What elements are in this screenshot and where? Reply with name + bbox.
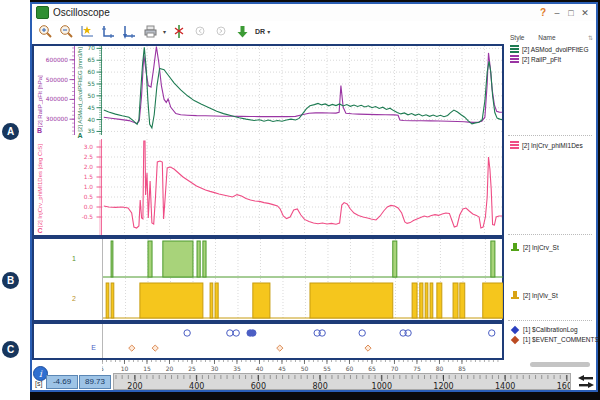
svg-text:50: 50 xyxy=(301,365,309,372)
zoom-fit-icon[interactable] xyxy=(79,24,95,39)
zoom-in-icon[interactable] xyxy=(37,24,53,39)
injcrv-axis-label: [2] InjCrv_phiMI1Des [deg CrS] xyxy=(37,140,43,227)
range-start-field[interactable]: -4.69 xyxy=(46,375,78,389)
analog-panel[interactable]: [2] RailP_pFlt [hPa] B 60000050000040000… xyxy=(32,44,504,237)
legend-item[interactable]: [2] InjCrv_phiMI1Des xyxy=(510,141,583,149)
svg-text:45: 45 xyxy=(278,365,286,372)
legend-panel[interactable]: Style Name ⇅ [2] ASMod_dvolPFltEG[2] Rai… xyxy=(508,30,594,370)
zoom-next-icon xyxy=(213,24,229,39)
legend-sort-icon[interactable]: ⇅ xyxy=(588,34,593,41)
svg-text:5: 5 xyxy=(102,365,104,372)
svg-text:60: 60 xyxy=(346,365,354,372)
svg-text:-0.5: -0.5 xyxy=(82,214,94,220)
svg-text:70: 70 xyxy=(88,46,96,51)
legend-scrollbar-thumb[interactable] xyxy=(530,362,590,367)
digital-chart[interactable] xyxy=(103,239,503,320)
svg-text:1.0: 1.0 xyxy=(84,184,94,190)
legend-item[interactable]: [1] $EVENT_COMMENTS xyxy=(510,336,599,343)
svg-text:400000: 400000 xyxy=(46,96,68,102)
svg-text:600000: 600000 xyxy=(46,57,68,63)
export-icon[interactable] xyxy=(234,24,250,39)
callout-c: C xyxy=(2,341,19,358)
svg-text:55: 55 xyxy=(88,81,96,87)
title-bar[interactable]: Oscilloscope ? – □ ✕ xyxy=(32,4,596,21)
range-end-field[interactable]: 89.73 xyxy=(79,375,111,389)
zoom-prev-icon xyxy=(192,24,208,39)
svg-text:400: 400 xyxy=(189,382,204,390)
legend-item-label: [1] $EVENT_COMMENTS xyxy=(523,336,599,343)
legend-item[interactable]: [2] RailP_pFlt xyxy=(510,55,561,63)
svg-text:20: 20 xyxy=(166,365,174,372)
railp-axis-ticks: 600000500000400000300000 xyxy=(45,46,69,135)
events-panel[interactable]: E xyxy=(32,322,504,360)
svg-text:1.5: 1.5 xyxy=(84,174,94,180)
event-style-icon xyxy=(511,335,519,343)
digital-row2-label: 2 xyxy=(72,295,76,302)
legend-item[interactable]: [2] InjCrv_St xyxy=(510,238,559,256)
legend-item-label: [2] InjCrv_phiMI1Des xyxy=(522,142,583,149)
asmod-axis-letter: A xyxy=(77,132,82,139)
callout-a: A xyxy=(2,123,19,140)
svg-text:0.5: 0.5 xyxy=(84,194,94,200)
svg-text:1200: 1200 xyxy=(433,382,453,390)
print-caret-icon[interactable]: ▾ xyxy=(163,28,166,35)
injcrv-axis-letter: C xyxy=(37,227,42,234)
oscilloscope-window: Oscilloscope ? – □ ✕ ▾ DR ▾ xyxy=(30,2,598,392)
svg-text:1000: 1000 xyxy=(372,382,392,390)
legend-item[interactable]: [2] ASMod_dvolPFltEG xyxy=(510,45,588,53)
events-gutter: E xyxy=(34,324,103,358)
analog-chart-top[interactable] xyxy=(102,46,502,135)
minimize-button[interactable]: – xyxy=(550,8,564,18)
legend-header: Style Name xyxy=(510,34,556,41)
legend-item-label: [1] $CalibrationLog xyxy=(523,326,578,333)
svg-text:15: 15 xyxy=(143,365,151,372)
railp-axis-letter: B xyxy=(37,127,42,134)
digital-style-icon xyxy=(510,286,520,304)
close-button[interactable]: ✕ xyxy=(578,8,592,18)
axis-spacer xyxy=(46,139,66,235)
svg-text:60: 60 xyxy=(88,69,96,75)
window-title: Oscilloscope xyxy=(53,7,536,18)
axis-icon[interactable] xyxy=(100,24,116,39)
analog-chart-bottom[interactable] xyxy=(102,139,502,235)
print-icon[interactable] xyxy=(142,24,158,39)
injcrv-axis-ticks: 3.02.52.01.51.00.50.0-0.5 xyxy=(66,139,94,235)
svg-text:3.0: 3.0 xyxy=(84,144,94,150)
overview-ruler[interactable]: 2004006008001000120014001600 xyxy=(113,373,571,390)
digital-row1-label: 1 xyxy=(72,255,76,262)
svg-text:300000: 300000 xyxy=(46,116,68,122)
digital-panel[interactable]: 1 2 xyxy=(32,237,504,322)
legend-item[interactable]: [1] $CalibrationLog xyxy=(510,326,578,333)
svg-text:30: 30 xyxy=(211,365,219,372)
callout-b: B xyxy=(2,272,19,289)
svg-text:1600: 1600 xyxy=(557,382,571,390)
events-chart[interactable] xyxy=(103,324,503,358)
maximize-button[interactable]: □ xyxy=(564,8,578,18)
svg-text:200: 200 xyxy=(127,382,142,390)
measure-cursor-icon[interactable] xyxy=(171,24,187,39)
svg-text:1400: 1400 xyxy=(495,382,515,390)
svg-text:85: 85 xyxy=(458,365,466,372)
svg-text:50: 50 xyxy=(88,93,96,99)
svg-text:10: 10 xyxy=(121,365,129,372)
svg-text:80: 80 xyxy=(436,365,444,372)
svg-text:40: 40 xyxy=(256,365,264,372)
svg-text:75: 75 xyxy=(413,365,421,372)
dr-menu-button[interactable]: DR ▾ xyxy=(255,28,270,35)
dr-caret-icon: ▾ xyxy=(267,28,270,35)
asmod-axis-ticks: 7065605550454035 xyxy=(85,46,96,135)
legend-item-label: [2] InjCrv_St xyxy=(523,244,559,251)
pan-arrows-icon[interactable] xyxy=(577,374,595,393)
zoom-out-icon[interactable] xyxy=(58,24,74,39)
legend-item-label: [2] InjVlv_St xyxy=(523,292,558,299)
svg-text:2.5: 2.5 xyxy=(84,154,94,160)
events-row-label: E xyxy=(91,344,96,351)
legend-item[interactable]: [2] InjVlv_St xyxy=(510,286,558,304)
help-button[interactable]: ? xyxy=(536,7,550,18)
status-bar: i [s] -4.69 89.73 2004006008001000120014… xyxy=(32,373,596,390)
svg-text:500000: 500000 xyxy=(46,77,68,83)
event-style-icon xyxy=(511,325,519,333)
dr-label: DR xyxy=(255,28,265,35)
axis-arrow-icon[interactable] xyxy=(121,24,137,39)
digital-gutter: 1 2 xyxy=(34,239,103,320)
